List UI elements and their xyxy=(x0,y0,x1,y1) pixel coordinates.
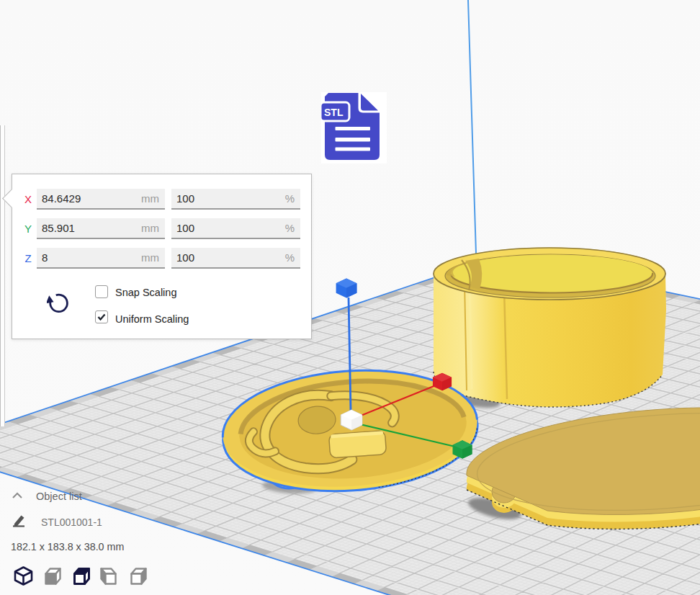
svg-text:STL: STL xyxy=(324,107,344,118)
